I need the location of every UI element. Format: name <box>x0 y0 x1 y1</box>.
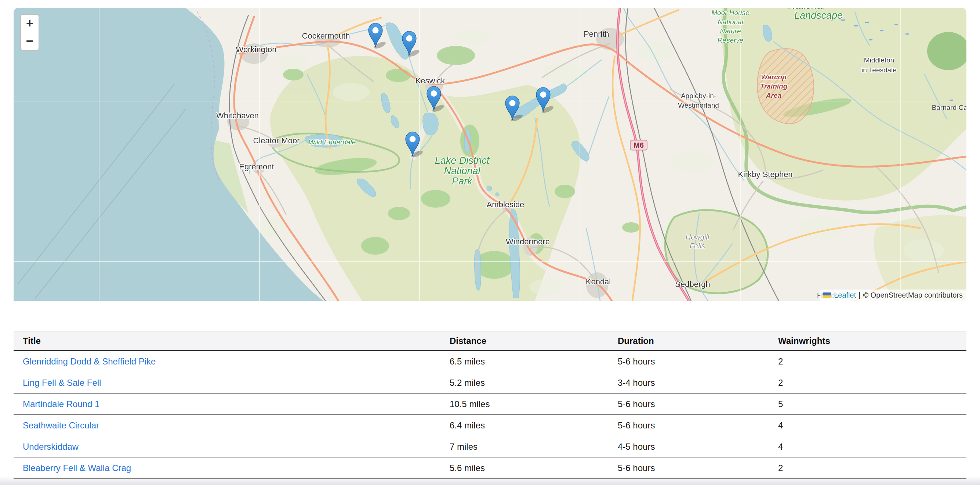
osm-attribution-text: © OpenStreetMap contributors <box>863 291 963 300</box>
map-marker[interactable] <box>401 30 423 56</box>
map-marker[interactable] <box>404 131 426 157</box>
leaflet-link[interactable]: Leaflet <box>834 291 856 300</box>
walk-link[interactable]: Underskiddaw <box>23 442 78 451</box>
map-attribution: Leaflet | © OpenStreetMap contributors <box>819 290 966 301</box>
walk-title-cell: Martindale Round 1 <box>14 399 450 409</box>
walk-wainwrights-cell: 4 <box>778 442 966 452</box>
column-header-title: Title <box>14 336 450 346</box>
column-header-wainwrights: Wainwrights <box>778 336 966 346</box>
walk-title-cell: Underskiddaw <box>14 442 450 452</box>
walk-distance-cell: 5.6 miles <box>450 463 618 473</box>
walk-duration-cell: 5-6 hours <box>618 399 778 409</box>
walk-duration-cell: 5-6 hours <box>618 463 778 473</box>
walk-row: Ling Fell & Sale Fell5.2 miles3-4 hours2 <box>14 372 966 394</box>
walk-distance-cell: 10.5 miles <box>450 399 618 409</box>
walk-link[interactable]: Ling Fell & Sale Fell <box>23 378 101 388</box>
walk-wainwrights-cell: 5 <box>778 399 966 409</box>
walk-link[interactable]: Glenridding Dodd & Sheffield Pike <box>23 356 156 366</box>
walk-duration-cell: 5-6 hours <box>618 356 778 367</box>
walk-distance-cell: 6.4 miles <box>450 420 618 431</box>
walk-title-cell: Bleaberry Fell & Walla Crag <box>14 463 450 473</box>
walk-row: Bleaberry Fell & Walla Crag5.6 miles5-6 … <box>14 458 966 479</box>
walk-wainwrights-cell: 2 <box>778 378 966 388</box>
walk-wainwrights-cell: 4 <box>778 420 966 431</box>
map-marker[interactable] <box>426 86 448 111</box>
walk-link[interactable]: Martindale Round 1 <box>23 399 99 409</box>
map-markers-layer <box>14 8 966 301</box>
map-marker[interactable] <box>368 22 390 48</box>
walk-title-cell: Ling Fell & Sale Fell <box>14 378 450 388</box>
walk-distance-cell: 6.5 miles <box>450 356 618 367</box>
walks-table: TitleDistanceDurationWainwrights Glenrid… <box>14 332 966 479</box>
walks-table-body: Glenridding Dodd & Sheffield Pike6.5 mil… <box>14 351 966 479</box>
walk-duration-cell: 5-6 hours <box>618 420 778 431</box>
walk-distance-cell: 7 miles <box>450 442 618 452</box>
walk-wainwrights-cell: 2 <box>778 463 966 473</box>
walk-wainwrights-cell: 2 <box>778 356 966 367</box>
map-marker[interactable] <box>535 87 557 112</box>
walk-link[interactable]: Seathwaite Circular <box>23 420 99 430</box>
walk-duration-cell: 3-4 hours <box>618 378 778 388</box>
walk-row: Seathwaite Circular6.4 miles5-6 hours4 <box>14 415 966 436</box>
walk-row: Underskiddaw7 miles4-5 hours4 <box>14 436 966 458</box>
column-header-duration: Duration <box>618 336 778 346</box>
column-header-distance: Distance <box>450 336 618 346</box>
walk-link[interactable]: Bleaberry Fell & Walla Crag <box>23 463 131 473</box>
walk-duration-cell: 4-5 hours <box>618 442 778 452</box>
walk-title-cell: Glenridding Dodd & Sheffield Pike <box>14 356 450 367</box>
attribution-separator: | <box>859 291 860 300</box>
walk-row: Martindale Round 110.5 miles5-6 hours5 <box>14 394 966 415</box>
zoom-in-button[interactable]: + <box>21 15 38 32</box>
walk-distance-cell: 5.2 miles <box>450 378 618 388</box>
ukraine-flag-icon <box>822 292 831 298</box>
walk-title-cell: Seathwaite Circular <box>14 420 450 431</box>
map[interactable]: WorkingtonCockermouthWhitehavenCleator M… <box>14 8 966 301</box>
map-marker[interactable] <box>504 95 527 121</box>
walk-row: Glenridding Dodd & Sheffield Pike6.5 mil… <box>14 351 966 372</box>
zoom-out-button[interactable]: − <box>21 32 38 50</box>
walks-table-header: TitleDistanceDurationWainwrights <box>14 332 966 351</box>
map-zoom-control: + − <box>20 14 39 51</box>
